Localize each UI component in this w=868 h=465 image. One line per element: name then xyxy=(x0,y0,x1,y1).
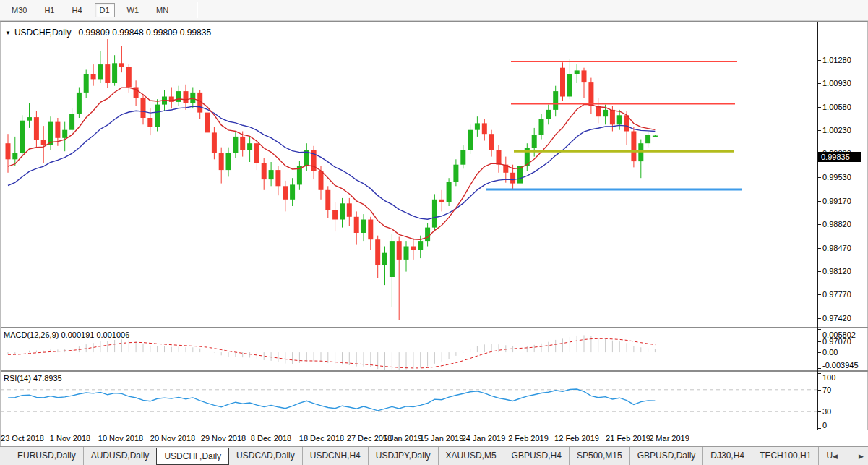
candles-layer xyxy=(6,39,658,320)
chart-tab-gbpusd-h4[interactable]: GBPUSD,H4 xyxy=(504,447,569,465)
macd-tick xyxy=(817,368,821,369)
candle-body xyxy=(375,239,380,265)
candle-body xyxy=(553,91,558,110)
candle-body xyxy=(332,210,338,220)
candle-body xyxy=(283,186,288,200)
candle-body xyxy=(390,241,395,277)
macd-signal-line xyxy=(8,338,655,368)
chart-tabs: EURUSD,DailyAUDUSD,DailyUSDCHF,DailyUSDC… xyxy=(0,447,868,465)
candle-body xyxy=(432,200,437,228)
chart-tab-eurusd-daily[interactable]: EURUSD,Daily xyxy=(10,447,83,465)
candle-body xyxy=(361,220,366,234)
candle-body xyxy=(460,150,465,164)
chart-tab-audusd-daily[interactable]: AUDUSD,Daily xyxy=(83,447,157,465)
date-axis[interactable]: 23 Oct 20181 Nov 201810 Nov 201820 Nov 2… xyxy=(1,430,868,447)
chart-tab-usdchf-daily[interactable]: USDCHF,Daily xyxy=(156,448,229,465)
candle-body xyxy=(354,217,359,233)
tabs-scroll-right-icon[interactable]: ▶ xyxy=(859,453,864,460)
price-tick xyxy=(817,271,821,272)
rsi-tick-label: 100 xyxy=(822,373,835,382)
current-price-tag: 0.99835 xyxy=(818,152,861,162)
date-tick-label: 18 Dec 2018 xyxy=(299,434,344,443)
chart-tab-usdcnh-h4[interactable]: USDCNH,H4 xyxy=(302,447,368,465)
ma-slow-line[interactable] xyxy=(8,106,655,219)
candle-body xyxy=(34,117,39,140)
candle-body xyxy=(510,173,515,184)
candle-body xyxy=(397,241,402,260)
timeframe-button-h4[interactable]: H4 xyxy=(66,3,87,17)
price-tick-label: 0.97770 xyxy=(822,290,851,299)
candle-body xyxy=(55,122,60,138)
chart-tab-usdcad-daily[interactable]: USDCAD,Daily xyxy=(229,447,302,465)
price-tick xyxy=(817,201,821,202)
candle-body xyxy=(69,114,74,130)
ma-fast-line[interactable] xyxy=(8,88,655,239)
candle-body xyxy=(233,137,238,153)
candle-body xyxy=(20,121,25,153)
chart-tabs-bar: EURUSD,DailyAUDUSD,DailyUSDCHF,DailyUSDC… xyxy=(0,446,868,465)
candle-body xyxy=(539,119,544,135)
price-tick-label: 1.00230 xyxy=(822,126,851,135)
candle-body xyxy=(119,63,124,67)
chart-window: ▼USDCHF,Daily0.99809 0.99848 0.99809 0.9… xyxy=(0,21,868,446)
macd-histogram xyxy=(8,335,655,370)
timeframe-button-h1[interactable]: H1 xyxy=(39,3,59,17)
price-tick xyxy=(817,60,821,61)
candle-body xyxy=(226,153,231,170)
macd-tick xyxy=(817,329,821,330)
candle-body xyxy=(645,135,650,143)
chart-tab-sp500-m15[interactable]: SP500,M15 xyxy=(569,447,629,465)
price-tick xyxy=(817,83,821,84)
timeframe-button-m30[interactable]: M30 xyxy=(7,3,32,17)
date-tick-label: 12 Feb 2019 xyxy=(554,434,599,443)
chart-tab-dj30-h4[interactable]: DJ30,H4 xyxy=(702,447,752,465)
candle-body xyxy=(425,228,430,242)
date-tick-label: 10 Nov 2018 xyxy=(98,434,143,443)
candle-body xyxy=(368,220,373,240)
candle-body xyxy=(603,110,608,116)
candle-body xyxy=(12,153,17,159)
symbol-dropdown-icon[interactable]: ▼ xyxy=(5,30,11,36)
candle-body xyxy=(475,123,480,129)
chart-tab-xauusd-m5[interactable]: XAUUSD,M5 xyxy=(438,447,504,465)
candle-body xyxy=(489,134,494,150)
candle-body xyxy=(482,123,487,134)
candle-body xyxy=(247,143,252,150)
candle-body xyxy=(269,170,274,179)
rsi-tick xyxy=(817,411,821,412)
tabs-scroll-left-icon[interactable]: ◀ xyxy=(833,453,838,460)
price-tick xyxy=(817,294,821,295)
macd-values: 0.000191 0.001006 xyxy=(61,330,129,339)
candle-body xyxy=(319,171,324,190)
timeframe-button-mn[interactable]: MN xyxy=(151,3,173,17)
chart-tab-gbpusd-daily[interactable]: GBPUSD,Daily xyxy=(629,447,703,465)
date-tick-label: 1 Nov 2018 xyxy=(50,434,90,443)
chart-tab-usdjpy-daily[interactable]: USDJPY,Daily xyxy=(368,447,438,465)
candle-body xyxy=(546,110,551,119)
timeframe-button-d1[interactable]: D1 xyxy=(95,3,115,17)
rsi-tick-label: 70 xyxy=(822,385,831,394)
candle-body xyxy=(560,68,565,97)
timeframe-button-w1[interactable]: W1 xyxy=(122,3,145,17)
chart-tab-tech100-h1[interactable]: TECH100,H1 xyxy=(752,447,818,465)
candle-body xyxy=(48,122,53,145)
candle-body xyxy=(105,64,110,83)
price-tick-label: 1.00580 xyxy=(822,103,851,111)
rsi-label: RSI(14) 47.8935 xyxy=(4,374,62,383)
candle-body xyxy=(141,98,146,118)
candle-body xyxy=(6,143,11,159)
price-tick xyxy=(817,107,821,108)
mt4-window: M30H1H4D1W1MN ▼USDCHF,Daily0.99809 0.998… xyxy=(0,0,868,465)
candle-body xyxy=(77,93,82,114)
price-tick xyxy=(817,318,821,319)
price-tick xyxy=(817,341,821,342)
price-tick-label: 0.99530 xyxy=(822,173,851,182)
rsi-pane[interactable] xyxy=(1,372,817,430)
chart-symbol-label: USDCHF,Daily xyxy=(14,27,72,38)
candle-body xyxy=(190,93,195,103)
candle-body xyxy=(325,190,330,210)
candle-body xyxy=(411,247,416,251)
candle-body xyxy=(617,115,622,124)
price-chart-pane[interactable] xyxy=(1,23,817,328)
macd-tick-label: 0.005802 xyxy=(822,330,856,339)
